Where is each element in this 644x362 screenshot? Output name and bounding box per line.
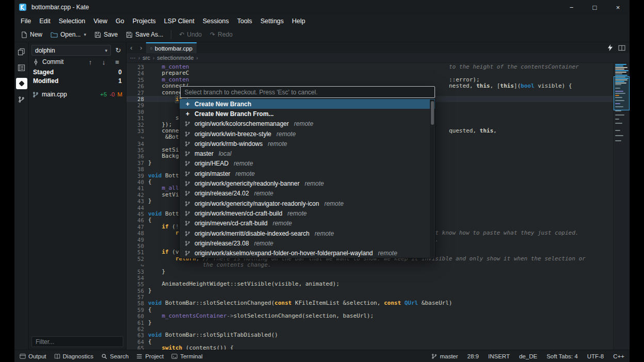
menu-file[interactable]: File [17,16,35,26]
wrap-marker: ↪ [126,134,148,140]
branch-label: origin/master [195,170,230,177]
branch-item[interactable]: origin/work/rmb-windowsremote [180,139,435,149]
refresh-button[interactable]: ↻ [113,45,123,56]
menu-projects[interactable]: Projects [128,16,160,26]
project-selector[interactable]: dolphin ▾ [31,45,111,56]
open-folder-icon [51,31,58,38]
git-toolview-button[interactable] [16,78,27,89]
close-button[interactable]: × [606,0,630,14]
status-tab-mode[interactable]: Soft Tabs: 4 [546,353,578,359]
branch-item[interactable]: origin/work/kcolorschememanagerremote [180,119,435,129]
open-dropdown-caret[interactable]: ▾ [84,32,86,37]
branch-item[interactable]: origin/work/meven/cd-craft-buildremote [180,208,435,218]
code-line: void BottomBar::slotSelectionChanged(con… [148,300,613,306]
menu-tools[interactable]: Tools [233,16,256,26]
git-branch-icon [184,141,191,147]
minimap-viewport[interactable] [614,76,630,110]
lsp-bolt-icon[interactable] [607,44,613,51]
staged-row[interactable]: Staged 0 [29,68,126,76]
status-input-mode[interactable]: INSERT [488,353,510,359]
branch-item[interactable]: origin/release/24.02remote [180,189,435,199]
statusbar-output-button[interactable]: Output [20,353,46,359]
push-button[interactable]: ↑ [85,57,95,67]
branch-search-input[interactable] [180,86,435,98]
branch-kind: remote [234,160,253,167]
breadcrumb-item-selectionmode[interactable]: selectionmode [157,55,194,61]
status-encoding[interactable]: UTF-8 [587,353,604,359]
save-button[interactable]: Save [91,29,121,40]
branch-item[interactable]: origin/masterremote [180,169,435,178]
new-button[interactable]: New [17,29,46,40]
menu-edit[interactable]: Edit [35,16,55,26]
menu-help[interactable]: Help [288,16,310,26]
pull-button[interactable]: ↓ [99,57,109,67]
left-tool-strip [14,42,29,350]
line-number: 60 [126,313,148,319]
status-cursor-position[interactable]: 28:9 [468,353,479,359]
modified-row[interactable]: Modified 1 [29,76,126,85]
branch-item[interactable]: origin/work/merritt/disable-indexed-sear… [180,228,435,238]
commit-button[interactable]: Commit [42,58,63,65]
tab-bottombar-cpp[interactable]: bottombar.cpp [146,42,197,53]
branch-list-scrollbar[interactable] [430,100,434,257]
branch-item[interactable]: masterlocal [180,149,435,158]
forward-button[interactable]: › [136,42,146,53]
minimap[interactable] [613,63,630,350]
breadcrumb-more[interactable]: ⋯ [130,55,136,61]
menu-selection[interactable]: Selection [55,16,89,26]
status-dictionary[interactable]: de_DE [519,353,537,359]
status-syntax[interactable]: C++ [613,353,624,359]
branch-item[interactable]: origin/meven/cd-craft-buildremote [180,219,435,228]
branch-kind: remote [268,140,287,147]
line-number: 53 [126,269,148,275]
branch-kind: remote [254,190,273,197]
branch-label: origin/work/genericity/navigator-readonl… [195,200,319,207]
git-branch-icon [184,250,191,256]
statusbar-terminal-button[interactable]: Terminal [171,353,202,359]
modified-file-row[interactable]: main.cpp +5 -0 M [29,89,126,100]
breadcrumb-item-src[interactable]: src [142,55,150,61]
breadcrumb[interactable]: ⋯›src›selectionmode› [126,53,630,63]
maximize-button[interactable]: □ [583,0,606,14]
branch-item[interactable]: +Create New Branch [180,99,435,109]
filesystem-toolview-button[interactable] [16,62,27,73]
documents-toolview-button[interactable] [16,46,27,57]
redo-button[interactable]: ↷ Redo [206,29,236,40]
open-button[interactable]: Open... ▾ [47,29,90,40]
filter-input[interactable] [31,336,123,347]
git-menu-button[interactable]: ≡ [112,57,122,67]
branch-item[interactable]: origin/work/genericity/readonly-bannerre… [180,178,435,188]
branch-item[interactable]: origin/release/23.08remote [180,238,435,248]
code-row: 63void BottomBar::slotSplitTabDisabled() [126,332,613,338]
code-row: 58void BottomBar::slotSelectionChanged(c… [126,300,613,306]
save-as-button[interactable]: Save As... [122,29,167,40]
menu-sessions[interactable]: Sessions [199,16,233,26]
menu-view[interactable]: View [89,16,111,26]
menu-go[interactable]: Go [111,16,128,26]
staged-label: Staged [33,69,54,76]
branch-kind: remote [235,170,254,177]
branch-item[interactable]: origin/HEADremote [180,159,435,169]
statusbar-diagnostics-button[interactable]: Diagnostics [54,353,93,359]
statusbar-project-button[interactable]: Project [136,353,164,359]
statusbar-search-button[interactable]: Search [101,353,128,359]
statusbar-search-label: Search [110,353,128,359]
modified-label: Modified [33,77,58,85]
split-view-icon[interactable] [618,45,625,51]
branch-item[interactable]: origin/work/win-breeze-styleremote [180,129,435,139]
tab-label: bottombar.cpp [155,45,192,52]
branch-item[interactable]: origin/work/genericity/navigator-readonl… [180,199,435,208]
undo-button[interactable]: ↶ Undo [175,29,205,40]
status-git-branch[interactable]: master [431,353,458,359]
scrollbar-thumb[interactable] [431,101,434,125]
minimize-button[interactable]: − [560,0,583,14]
tab-bar: ‹ › bottombar.cpp [126,42,630,53]
menu-settings[interactable]: Settings [256,16,288,26]
code-line: void BottomBar::slotSplitTabDisabled() [148,332,613,338]
branch-item[interactable]: +Create New Branch From... [180,109,435,119]
branches-toolview-button[interactable] [16,94,27,105]
menu-lsp-client[interactable]: LSP Client [160,16,199,26]
branch-item[interactable]: origin/work/akselmo/expand-folder-on-hov… [180,248,435,258]
branch-kind: remote [287,210,307,217]
back-button[interactable]: ‹ [126,42,136,53]
